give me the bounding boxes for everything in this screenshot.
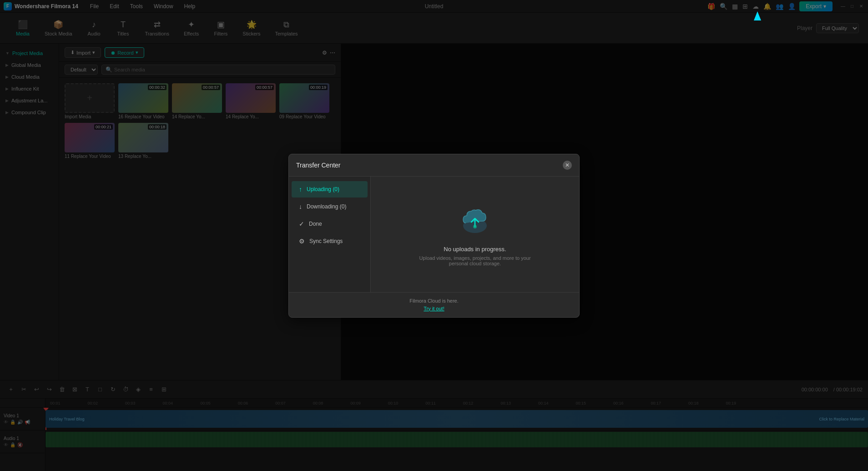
cloud-upload-illustration [457, 202, 493, 238]
transfer-tab-sync-settings[interactable]: ⚙ Sync Settings [292, 233, 368, 249]
download-icon: ↓ [299, 203, 302, 210]
modal-header: Transfer Center ✕ [289, 154, 579, 177]
cursor-arrow [754, 11, 761, 20]
modal-close-button[interactable]: ✕ [563, 161, 572, 170]
footer-link[interactable]: Try it out! [424, 306, 444, 311]
svg-point-1 [473, 225, 477, 228]
check-icon: ✓ [299, 220, 304, 228]
transfer-tab-uploading[interactable]: ↑ Uploading (0) [292, 181, 368, 198]
modal-title: Transfer Center [296, 162, 341, 169]
transfer-center-modal: Transfer Center ✕ ↑ Uploading (0) ↓ Down… [288, 154, 580, 318]
modal-footer: Filmora Cloud is here. Try it out! [289, 292, 579, 317]
transfer-tab-done[interactable]: ✓ Done [292, 216, 368, 232]
modal-body: ↑ Uploading (0) ↓ Downloading (0) ✓ Done… [289, 177, 579, 292]
upload-icon: ↑ [299, 186, 302, 193]
transfer-tab-downloading[interactable]: ↓ Downloading (0) [292, 198, 368, 215]
modal-overlay[interactable]: Transfer Center ✕ ↑ Uploading (0) ↓ Down… [0, 0, 868, 471]
footer-text: Filmora Cloud is here. [296, 298, 572, 304]
empty-state-subtitle: Upload videos, images, projects, and mor… [411, 255, 539, 266]
gear-icon: ⚙ [299, 238, 305, 245]
empty-state-title: No uploads in progress. [444, 246, 506, 253]
modal-sidebar: ↑ Uploading (0) ↓ Downloading (0) ✓ Done… [289, 177, 371, 292]
modal-content-area: No uploads in progress. Upload videos, i… [371, 177, 579, 292]
